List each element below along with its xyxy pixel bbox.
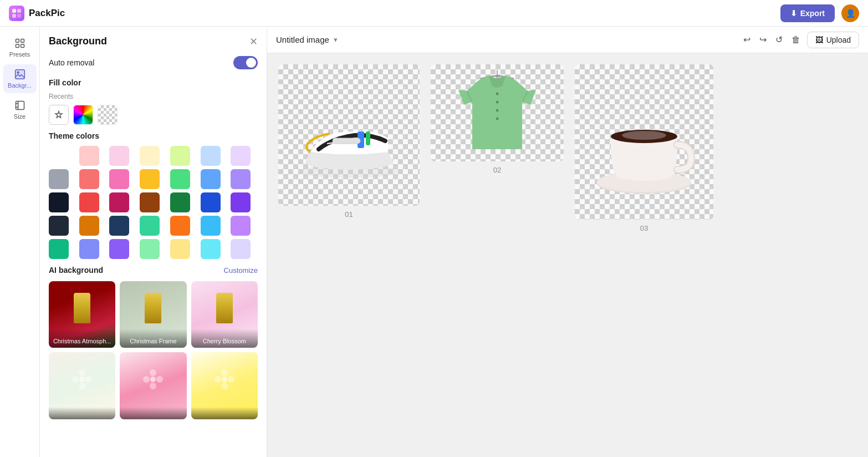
transparent-swatch[interactable] bbox=[98, 105, 118, 125]
theme-color-swatch[interactable] bbox=[79, 216, 99, 236]
ai-card-christmas-frame[interactable]: Christmas Frame bbox=[120, 281, 186, 348]
ai-card-label-christmas-frame: Christmas Frame bbox=[120, 329, 186, 348]
icon-sidebar: Presets Backgr... Size bbox=[0, 27, 40, 457]
theme-color-swatch[interactable] bbox=[231, 192, 251, 212]
color-picker-button[interactable] bbox=[49, 105, 69, 125]
theme-color-swatch[interactable] bbox=[49, 239, 69, 259]
undo-button[interactable]: ↩ bbox=[741, 32, 753, 47]
close-panel-button[interactable]: ✕ bbox=[249, 37, 258, 47]
theme-color-swatch[interactable] bbox=[109, 216, 129, 236]
canvas-content: 01 bbox=[267, 53, 868, 457]
theme-color-swatch[interactable] bbox=[109, 146, 129, 166]
export-button[interactable]: ⬇ Export bbox=[780, 4, 835, 22]
theme-color-swatch[interactable] bbox=[140, 192, 160, 212]
theme-color-swatch[interactable] bbox=[79, 192, 99, 212]
presets-icon bbox=[14, 38, 25, 49]
theme-color-swatch[interactable] bbox=[109, 192, 129, 212]
ai-card-christmas-atm[interactable]: Christmas Atmosph... bbox=[49, 281, 115, 348]
theme-color-swatch[interactable] bbox=[140, 239, 160, 259]
svg-point-13 bbox=[79, 369, 85, 376]
theme-color-swatch[interactable] bbox=[231, 216, 251, 236]
theme-color-swatch[interactable] bbox=[79, 169, 99, 189]
svg-rect-1 bbox=[17, 9, 21, 13]
auto-removal-toggle[interactable] bbox=[233, 56, 258, 69]
sidebar-item-size[interactable]: Size bbox=[3, 95, 37, 124]
theme-color-swatch[interactable] bbox=[231, 146, 251, 166]
ai-card-flowers3[interactable] bbox=[191, 352, 258, 419]
avatar[interactable]: 👤 bbox=[841, 4, 859, 22]
theme-color-swatch[interactable] bbox=[170, 169, 190, 189]
theme-color-swatch[interactable] bbox=[201, 169, 221, 189]
ai-card-flowers1[interactable] bbox=[49, 352, 115, 419]
panel-title: Background bbox=[49, 35, 107, 47]
image-tile-02[interactable]: 02 bbox=[431, 64, 564, 174]
export-icon: ⬇ bbox=[790, 9, 797, 18]
size-icon bbox=[14, 100, 25, 111]
theme-color-swatch[interactable] bbox=[49, 216, 69, 236]
svg-point-34 bbox=[496, 92, 499, 95]
theme-color-swatch[interactable] bbox=[231, 169, 251, 189]
sidebar-item-background[interactable]: Backgr... bbox=[3, 64, 37, 93]
redo-button[interactable]: ↪ bbox=[757, 32, 769, 47]
image-tile-01[interactable]: 01 bbox=[278, 64, 420, 219]
tile-label-02: 02 bbox=[493, 166, 501, 174]
ai-background-header: AI background Customize bbox=[49, 266, 258, 275]
theme-color-swatch[interactable] bbox=[201, 239, 221, 259]
ai-background-grid: Christmas Atmosph... Christmas Frame Che… bbox=[49, 281, 258, 419]
svg-point-12 bbox=[79, 377, 85, 382]
theme-color-swatch[interactable] bbox=[79, 239, 99, 259]
sidebar-item-presets[interactable]: Presets bbox=[3, 33, 37, 62]
refresh-button[interactable]: ↺ bbox=[773, 32, 785, 47]
svg-point-43 bbox=[622, 131, 666, 140]
svg-point-10 bbox=[17, 72, 19, 74]
theme-color-swatch[interactable] bbox=[49, 169, 69, 189]
logo: PackPic bbox=[9, 6, 65, 21]
svg-rect-7 bbox=[21, 44, 24, 48]
theme-color-swatch[interactable] bbox=[140, 169, 160, 189]
svg-point-36 bbox=[496, 109, 499, 111]
theme-color-swatch[interactable] bbox=[79, 146, 99, 166]
ai-card-label-flowers2 bbox=[120, 407, 186, 419]
app-name: PackPic bbox=[29, 8, 65, 19]
theme-color-swatch[interactable] bbox=[170, 239, 190, 259]
main-layout: Presets Backgr... Size Background ✕ A bbox=[0, 27, 868, 457]
ai-card-label-cherry-blossom: Cherry Blossom bbox=[191, 329, 258, 348]
theme-color-swatch[interactable] bbox=[170, 216, 190, 236]
theme-color-swatch[interactable] bbox=[140, 146, 160, 166]
canvas-title-dropdown[interactable]: ▾ bbox=[334, 35, 338, 44]
theme-color-swatch[interactable] bbox=[201, 192, 221, 212]
customize-link[interactable]: Customize bbox=[224, 266, 258, 275]
ai-card-flowers2[interactable] bbox=[120, 352, 186, 419]
auto-removal-label: Auto removal bbox=[49, 58, 94, 67]
canvas-title: Untitled image bbox=[276, 35, 329, 44]
theme-color-swatch[interactable] bbox=[49, 146, 69, 166]
svg-rect-2 bbox=[12, 14, 16, 18]
shoe-illustration bbox=[294, 85, 405, 185]
upload-label: Upload bbox=[826, 35, 851, 44]
ai-card-cherry-blossom[interactable]: Cherry Blossom bbox=[191, 281, 258, 348]
gradient-swatch[interactable] bbox=[73, 105, 93, 125]
size-label: Size bbox=[14, 113, 25, 120]
image-box-03 bbox=[575, 64, 713, 220]
upload-button[interactable]: 🖼 Upload bbox=[807, 32, 859, 48]
delete-button[interactable]: 🗑 bbox=[789, 33, 803, 47]
background-panel: Background ✕ Auto removal Fill color Rec… bbox=[40, 27, 267, 457]
theme-color-swatch[interactable] bbox=[109, 169, 129, 189]
theme-color-swatch[interactable] bbox=[201, 146, 221, 166]
svg-point-16 bbox=[72, 376, 79, 383]
shirt-illustration bbox=[447, 69, 547, 158]
image-box-02 bbox=[431, 64, 564, 161]
theme-color-swatch[interactable] bbox=[140, 216, 160, 236]
theme-color-swatch[interactable] bbox=[231, 239, 251, 259]
tile-label-01: 01 bbox=[345, 210, 353, 219]
theme-color-swatch[interactable] bbox=[201, 216, 221, 236]
theme-colors-grid bbox=[49, 146, 258, 259]
image-tile-03[interactable]: 03 bbox=[575, 64, 713, 232]
theme-color-swatch[interactable] bbox=[49, 192, 69, 212]
theme-color-swatch[interactable] bbox=[170, 146, 190, 166]
ai-card-label-flowers3 bbox=[191, 407, 258, 419]
theme-color-swatch[interactable] bbox=[109, 239, 129, 259]
svg-point-21 bbox=[143, 376, 150, 383]
theme-color-swatch[interactable] bbox=[170, 192, 190, 212]
svg-point-19 bbox=[156, 376, 163, 383]
